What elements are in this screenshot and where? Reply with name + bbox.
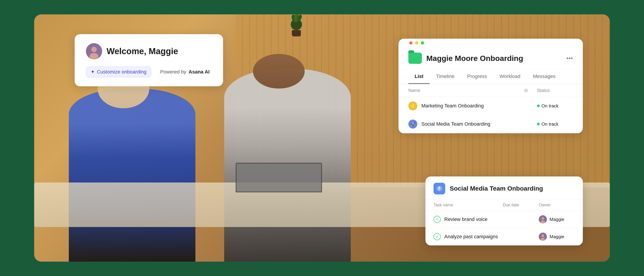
more-options-icon[interactable]: ••• — [566, 55, 573, 62]
task-name: Social Media Team Onboarding — [422, 121, 537, 127]
tab-workload[interactable]: Workload — [493, 69, 527, 84]
welcome-header: Welcome, Maggie — [86, 43, 212, 59]
owner-avatar — [539, 233, 547, 241]
svg-point-2 — [90, 53, 98, 59]
status-badge: On track — [537, 103, 573, 109]
social-task-name: Review brand voice — [444, 217, 503, 222]
col-status-header: Status — [537, 88, 573, 93]
welcome-footer: ✦ Customize onboarding Powered by Asana … — [86, 66, 212, 77]
table-row[interactable]: ⭐ Marketing Team Onboarding On track — [398, 97, 583, 115]
owner-cell: Maggie — [539, 233, 575, 241]
minimize-dot — [415, 41, 418, 44]
welcome-card: Welcome, Maggie ✦ Customize onboarding P… — [75, 34, 223, 86]
project-tabs: List Timeline Progress Workload Messages — [398, 69, 583, 84]
folder-body — [408, 53, 422, 64]
grid-icon: ⊞ — [524, 88, 528, 93]
social-media-card: Social Media Team Onboarding Task name D… — [426, 176, 583, 246]
powered-by-label: Powered by — [160, 69, 186, 75]
status-dot-green — [537, 104, 540, 107]
social-task-name: Analyze past campaigns — [444, 234, 503, 240]
avatar — [86, 43, 102, 59]
project-card: Maggie Moore Onboarding ••• List Timelin… — [398, 39, 583, 133]
col-name-header: Name — [408, 88, 524, 93]
col-owner-header: Owner — [539, 203, 575, 208]
social-row[interactable]: ✓ Review brand voice Maggie — [426, 211, 583, 228]
status-label: On track — [542, 103, 558, 109]
task-name: Marketing Team Onboarding — [422, 103, 537, 109]
table-header: Name ⊞ Status — [398, 84, 583, 97]
tab-progress[interactable]: Progress — [461, 69, 493, 84]
close-dot — [409, 41, 412, 44]
maximize-dot — [421, 41, 424, 44]
customize-onboarding-button[interactable]: ✦ Customize onboarding — [86, 66, 151, 77]
star-icon: ⭐ — [408, 101, 417, 110]
tab-timeline[interactable]: Timeline — [430, 69, 461, 84]
status-label: On track — [542, 122, 558, 127]
status-badge: On track — [537, 122, 573, 127]
social-row[interactable]: ✓ Analyze past campaigns Maggie — [426, 228, 583, 246]
project-table: Name ⊞ Status ⭐ Marketing Team Onboardin… — [398, 84, 583, 133]
welcome-title: Welcome, Maggie — [106, 46, 178, 56]
project-title: Maggie Moore Onboarding — [426, 54, 523, 63]
powered-by-brand: Asana AI — [189, 69, 210, 75]
social-table-header: Task name Due date Owner — [426, 200, 583, 211]
sparkle-icon: ✦ — [90, 69, 95, 75]
svg-point-5 — [542, 217, 544, 220]
col-task-header: Task name — [434, 203, 503, 208]
tab-messages[interactable]: Messages — [526, 69, 562, 84]
owner-avatar — [539, 215, 547, 223]
status-dot-green — [537, 123, 540, 125]
table-row[interactable]: 🚀 Social Media Team Onboarding On track — [398, 115, 583, 133]
social-icon — [434, 183, 445, 194]
window-dots — [398, 39, 583, 44]
col-due-header: Due date — [503, 203, 539, 208]
social-title: Social Media Team Onboarding — [450, 185, 543, 192]
svg-point-1 — [91, 47, 97, 52]
check-circle-done: ✓ — [434, 233, 441, 240]
folder-icon — [408, 53, 422, 64]
owner-name: Maggie — [550, 217, 564, 222]
owner-name: Maggie — [550, 234, 564, 239]
rocket-icon: 🚀 — [408, 120, 417, 129]
powered-by: Powered by Asana AI — [160, 69, 210, 75]
main-container: Welcome, Maggie ✦ Customize onboarding P… — [34, 14, 610, 262]
tab-list[interactable]: List — [408, 69, 430, 84]
check-circle-done: ✓ — [434, 216, 441, 223]
project-header: Maggie Moore Onboarding ••• — [398, 44, 583, 69]
svg-point-8 — [542, 235, 544, 237]
social-header: Social Media Team Onboarding — [426, 176, 583, 200]
owner-cell: Maggie — [539, 215, 575, 223]
folder-tab — [408, 50, 414, 53]
customize-btn-label: Customize onboarding — [97, 69, 146, 75]
